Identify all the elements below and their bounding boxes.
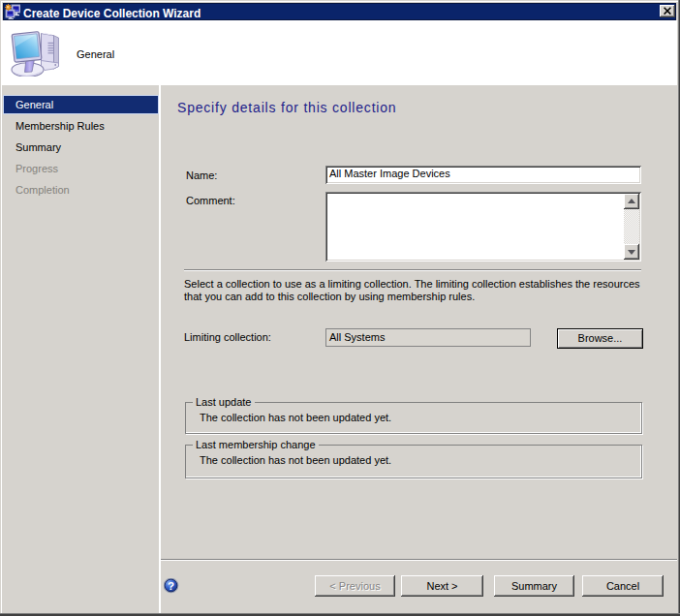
svg-text:?: ? bbox=[168, 580, 174, 592]
